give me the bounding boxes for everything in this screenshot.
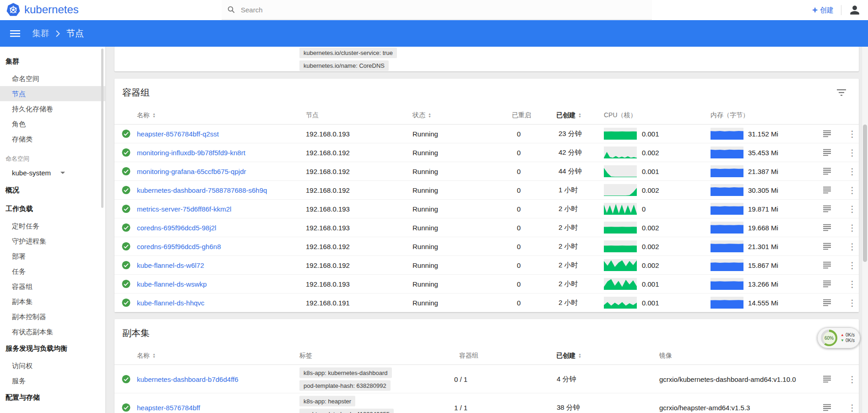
pod-name-link[interactable]: kube-flannel-ds-w6l72 <box>137 261 204 269</box>
menu-icon[interactable] <box>10 28 21 39</box>
cpu-sparkline-chart <box>604 147 637 158</box>
sidebar-item[interactable]: 访问权 <box>0 358 105 373</box>
logs-icon[interactable] <box>823 130 831 137</box>
kebab-menu-icon[interactable]: ⋮ <box>846 279 859 289</box>
sidebar-header-cluster[interactable]: 集群 <box>0 52 105 71</box>
kubernetes-logo[interactable]: kubernetes <box>6 3 79 16</box>
pod-status: Running <box>412 205 438 213</box>
replicasets-table-header: 名称▲▼ 标签 容器组 已创建▲▼ 镜像 <box>114 347 859 365</box>
logs-icon[interactable] <box>823 224 831 231</box>
pod-row[interactable]: coredns-695f96dcd5-gh6n8192.168.0.192Run… <box>114 237 859 256</box>
col-header-status[interactable]: 状态▲▼ <box>412 111 431 120</box>
pod-restarts: 0 <box>517 280 521 288</box>
col-header-created[interactable]: 已创建▲▼ <box>556 111 581 120</box>
logs-icon[interactable] <box>823 281 831 288</box>
network-speed-monitor[interactable]: 60% ▲0K/s ▼0K/s <box>817 327 860 348</box>
sort-arrows-icon: ▲▼ <box>578 353 581 359</box>
kebab-menu-icon[interactable]: ⋮ <box>846 298 859 308</box>
pod-node: 192.168.0.193 <box>306 224 350 232</box>
pod-row[interactable]: monitoring-grafana-65ccfb675-qpjdr192.16… <box>114 162 859 181</box>
logs-icon[interactable] <box>823 404 831 411</box>
sidebar-item-overview[interactable]: 概况 <box>0 181 105 200</box>
filter-icon[interactable] <box>837 89 846 96</box>
pod-cpu-value: 0.001 <box>642 280 659 288</box>
replicaset-row[interactable]: kubernetes-dashboard-b7d6d4ff6k8s-app: k… <box>114 365 859 393</box>
logs-icon[interactable] <box>823 375 831 382</box>
logs-icon[interactable] <box>823 299 831 306</box>
sidebar-item[interactable]: 持久化存储卷 <box>0 101 105 116</box>
create-button[interactable]: + 创建 <box>812 5 834 15</box>
user-avatar-button[interactable] <box>849 4 861 16</box>
pod-row[interactable]: coredns-695f96dcd5-98j2l192.168.0.193Run… <box>114 218 859 237</box>
sidebar-item[interactable]: 存储类 <box>0 131 105 147</box>
pod-name-link[interactable]: coredns-695f96dcd5-98j2l <box>137 224 216 232</box>
col-header-created[interactable]: 已创建▲▼ <box>556 352 581 360</box>
sidebar-item[interactable]: 副本控制器 <box>0 309 105 324</box>
sidebar-item[interactable]: 任务 <box>0 264 105 279</box>
kebab-menu-icon[interactable]: ⋮ <box>846 241 859 252</box>
upload-arrow-icon: ▲ <box>841 333 844 337</box>
sidebar-item[interactable]: 守护进程集 <box>0 234 105 249</box>
pod-name-link[interactable]: monitoring-influxdb-9b78f5fd9-kn8rt <box>137 149 245 157</box>
kebab-menu-icon[interactable]: ⋮ <box>846 185 859 196</box>
pod-name-link[interactable]: kube-flannel-ds-hhqvc <box>137 299 205 307</box>
pod-row[interactable]: kube-flannel-ds-wswkp192.168.0.193Runnin… <box>114 275 859 293</box>
kebab-menu-icon[interactable]: ⋮ <box>846 166 859 177</box>
sidebar-header-workloads[interactable]: 工作负载 <box>0 200 105 218</box>
page-scrollbar[interactable] <box>862 47 868 413</box>
sidebar-item[interactable]: 服务 <box>0 373 105 388</box>
pod-cpu-value: 0.001 <box>642 168 659 175</box>
sidebar-item[interactable]: 容器组 <box>0 279 105 294</box>
sidebar-item[interactable]: 部署 <box>0 249 105 264</box>
pod-name-link[interactable]: kubernetes-dashboard-7588787688-s6h9q <box>137 186 267 194</box>
kebab-menu-icon[interactable]: ⋮ <box>846 260 859 271</box>
pod-name-link[interactable]: coredns-695f96dcd5-gh6n8 <box>137 243 221 250</box>
pod-name-link[interactable]: monitoring-grafana-65ccfb675-qpjdr <box>137 168 246 175</box>
sidebar-header-discovery[interactable]: 服务发现与负载均衡 <box>0 339 105 358</box>
sidebar-scrollbar[interactable] <box>101 49 103 208</box>
sidebar-item[interactable]: 节点 <box>0 86 105 101</box>
logs-icon[interactable] <box>823 262 831 269</box>
pod-node: 192.168.0.193 <box>306 205 350 213</box>
pod-name-link[interactable]: metrics-server-75d6ff86f-kkm2l <box>137 205 231 213</box>
pod-row[interactable]: monitoring-influxdb-9b78f5fd9-kn8rt192.1… <box>114 143 859 162</box>
cpu-sparkline-chart <box>604 128 637 140</box>
namespace-selector[interactable]: kube-system <box>0 165 105 181</box>
logs-icon[interactable] <box>823 243 831 250</box>
pod-row[interactable]: kubernetes-dashboard-7588787688-s6h9q192… <box>114 181 859 200</box>
pod-row[interactable]: metrics-server-75d6ff86f-kkm2l192.168.0.… <box>114 200 859 218</box>
sidebar-header-config[interactable]: 配置与存储 <box>0 388 105 407</box>
col-header-memory: 内存（字节） <box>711 111 749 120</box>
kebab-menu-icon[interactable]: ⋮ <box>846 402 859 413</box>
kebab-menu-icon[interactable]: ⋮ <box>846 147 859 158</box>
page-scrollbar-thumb[interactable] <box>863 125 867 262</box>
rs-name-link[interactable]: kubernetes-dashboard-b7d6d4ff6 <box>137 375 239 383</box>
col-header-name[interactable]: 名称▲▼ <box>137 111 156 120</box>
col-header-pods: 容器组 <box>459 352 478 360</box>
col-header-name[interactable]: 名称▲▼ <box>137 352 156 360</box>
logs-icon[interactable] <box>823 206 831 212</box>
kebab-menu-icon[interactable]: ⋮ <box>846 204 859 214</box>
pod-row[interactable]: kube-flannel-ds-w6l72192.168.0.192Runnin… <box>114 256 859 275</box>
pod-row[interactable]: kube-flannel-ds-hhqvc192.168.0.191Runnin… <box>114 293 859 312</box>
logs-icon[interactable] <box>823 187 831 194</box>
pod-name-link[interactable]: heapster-8576784bff-q2sst <box>137 130 219 138</box>
pod-row[interactable]: heapster-8576784bff-q2sst192.168.0.193Ru… <box>114 125 859 143</box>
sidebar-item[interactable]: 有状态副本集 <box>0 324 105 339</box>
rs-name-link[interactable]: heapster-8576784bff <box>137 403 200 411</box>
kebab-menu-icon[interactable]: ⋮ <box>846 223 859 233</box>
col-header-labels: 标签 <box>299 352 312 360</box>
sidebar-item[interactable]: 定时任务 <box>0 218 105 234</box>
search-input[interactable] <box>241 6 646 14</box>
sidebar-item[interactable]: 角色 <box>0 116 105 131</box>
sidebar-item[interactable]: 副本集 <box>0 294 105 309</box>
logs-icon[interactable] <box>823 149 831 156</box>
kebab-menu-icon[interactable]: ⋮ <box>846 374 859 384</box>
logs-icon[interactable] <box>823 168 831 175</box>
kebab-menu-icon[interactable]: ⋮ <box>846 129 859 139</box>
breadcrumb-cluster[interactable]: 集群 <box>32 27 49 39</box>
pod-created: 23 分钟 <box>559 130 582 138</box>
replicaset-row[interactable]: heapster-8576784bffk8s-app: heapsterpod-… <box>114 393 859 413</box>
sidebar-item[interactable]: 命名空间 <box>0 71 105 86</box>
pod-name-link[interactable]: kube-flannel-ds-wswkp <box>137 280 207 288</box>
